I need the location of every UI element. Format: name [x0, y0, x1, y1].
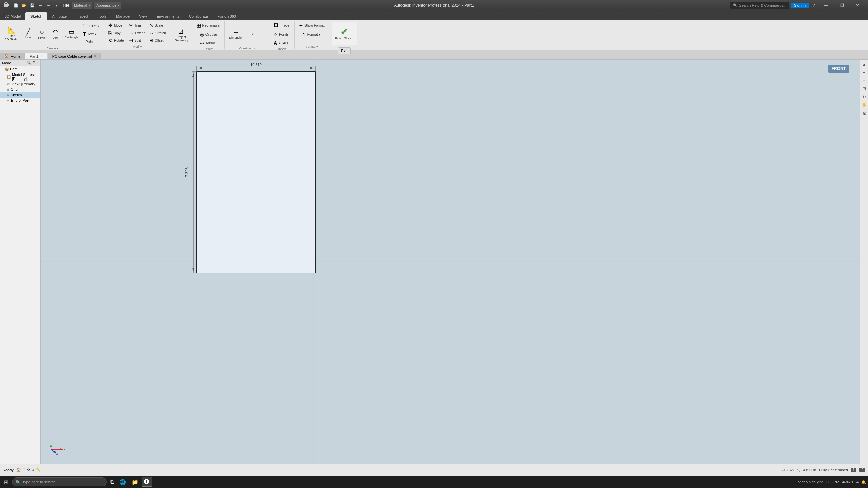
format-group-content: ≣ Show Format ¶ Format ▾ [297, 22, 326, 44]
doc-tab-home[interactable]: 🏠 Home [0, 53, 25, 59]
undo-button[interactable]: ↩ [37, 2, 44, 9]
line-button[interactable]: ╱ Line [22, 22, 35, 46]
model-tree-header: Model 🔍 ☰ + [0, 60, 40, 66]
tab-view[interactable]: View [134, 12, 152, 20]
tab-sketch[interactable]: Sketch [25, 12, 47, 20]
windows-icon: ⊞ [4, 479, 8, 485]
tab-tools[interactable]: Tools [93, 12, 112, 20]
model-add-button[interactable]: + [36, 61, 38, 65]
look-at-button[interactable]: ◉ [861, 110, 868, 117]
new-button[interactable]: 📄 [12, 2, 20, 9]
tab-annotate[interactable]: Annotate [47, 12, 72, 20]
tree-item-model-states[interactable]: 📋 Model States: [Primary] [0, 72, 40, 81]
arc-button[interactable]: ◠ Arc [50, 22, 62, 46]
maximize-button[interactable]: ❐ [834, 0, 850, 11]
extend-button[interactable]: → Extend [127, 29, 147, 37]
trim-button[interactable]: ✂ Trim [127, 22, 147, 29]
tree-item-end-of-part[interactable]: ⊣ End of Part [0, 98, 40, 103]
explorer-button[interactable]: 📁 [130, 477, 140, 487]
close-button[interactable]: ✕ [850, 0, 865, 11]
tree-item-view[interactable]: 👁 View: [Primary] [0, 81, 40, 87]
start-2d-sketch-button[interactable]: 📐 Start2D Sketch [3, 22, 21, 46]
offset-button[interactable]: ⊞ Offset [147, 37, 168, 44]
task-view-button[interactable]: ⧉ [108, 477, 116, 487]
grid-btn[interactable]: ⊞ [22, 468, 25, 472]
finish-sketch-icon: ✔ [340, 27, 348, 37]
doc-tab-pccase-close[interactable]: ✕ [93, 54, 96, 58]
snap-btn[interactable]: ⊘ [31, 468, 34, 472]
signin-button[interactable]: Sign In [791, 3, 809, 8]
constrain-more-button[interactable]: ∥ ▾ [246, 30, 267, 38]
show-format-button[interactable]: ≣ Show Format [297, 22, 326, 29]
minimize-button[interactable]: — [818, 0, 834, 11]
doc-tab-part1-close[interactable]: ✕ [40, 54, 43, 58]
circular-pattern-button[interactable]: ◎ Circular [198, 30, 219, 38]
stretch-button[interactable]: ↔ Stretch [147, 29, 168, 37]
tab-collaborate[interactable]: Collaborate [184, 12, 213, 20]
search-help-bar[interactable]: 🔍 Search Help & Commands... [730, 2, 789, 9]
inventor-taskbar-button[interactable]: 🅘 [142, 477, 152, 487]
model-search-button[interactable]: 🔍 [27, 61, 32, 65]
finish-sketch-button[interactable]: ✔ Finish Sketch [332, 22, 357, 45]
points-label: Points [279, 33, 289, 36]
tab-inspect[interactable]: Inspect [72, 12, 93, 20]
home-status-btn[interactable]: 🏠 [16, 468, 21, 472]
constrain-group-content: ↔ Dimension ∥ ▾ [228, 22, 267, 46]
zoom-out-button[interactable]: − [861, 77, 868, 84]
help-button[interactable]: ? [810, 2, 817, 9]
tab-manage[interactable]: Manage [111, 12, 134, 20]
fillet-button[interactable]: ⌒ Fillet ▾ [81, 22, 102, 30]
text-button[interactable]: T Text ▾ [81, 30, 102, 38]
appearance-dropdown[interactable]: Appearance ▾ [94, 2, 121, 9]
more-tools-button[interactable]: ⋯ [123, 2, 131, 9]
move-button[interactable]: ✥ Move [107, 22, 127, 29]
copy-button[interactable]: ⎘ Copy [107, 29, 127, 37]
windows-start-button[interactable]: ⊞ [2, 477, 11, 487]
qa-more-button[interactable]: ▾ [53, 2, 60, 9]
mirror-button[interactable]: ⊷ Mirror [198, 39, 219, 47]
scale-button[interactable]: ⤡ Scale [147, 22, 168, 29]
doc-tab-part1[interactable]: Part1 ✕ [25, 53, 47, 59]
redo-button[interactable]: ↪ [45, 2, 52, 9]
tree-item-origin[interactable]: ⊕ Origin [0, 87, 40, 92]
material-dropdown[interactable]: Material ▾ [72, 2, 92, 9]
part1-icon: 📦 [5, 67, 9, 71]
dimension-button[interactable]: ↔ Dimension [228, 22, 245, 46]
doc-tab-pccase[interactable]: PC case Cable cover.ipt ✕ [48, 53, 101, 59]
image-button[interactable]: 🖼 Image [272, 22, 292, 29]
tab-3dmodel[interactable]: 3D Model [0, 12, 25, 20]
acad-button[interactable]: A ACAD [272, 39, 292, 47]
open-button[interactable]: 📂 [20, 2, 28, 9]
rectangle-button[interactable]: ▭ Rectangle [63, 22, 80, 46]
show-format-label: Show Format [304, 24, 324, 27]
notifications-button[interactable]: 🔔 [861, 480, 866, 484]
pan-button[interactable]: ✋ [861, 102, 868, 108]
zoom-in-button[interactable]: + [861, 69, 868, 76]
tab-fusion360[interactable]: Fusion 360 [213, 12, 240, 20]
rotate-button[interactable]: ↻ Rotate [107, 37, 127, 44]
edge-button[interactable]: 🌐 [117, 477, 128, 487]
circle-button[interactable]: ○ Circle [36, 22, 48, 46]
measure-btn[interactable]: 📏 [36, 468, 40, 472]
point-button[interactable]: · Point [81, 38, 102, 45]
model-more-button[interactable]: ☰ [32, 61, 36, 65]
exit-button[interactable]: Exit [338, 47, 350, 54]
tab-environments[interactable]: Environments [152, 12, 184, 20]
orbit-button[interactable]: ↻ [861, 94, 868, 100]
save-button[interactable]: 💾 [28, 2, 36, 9]
rectangular-pattern-button[interactable]: ▦ Rectangular [195, 22, 222, 29]
tree-item-sketch1[interactable]: ✏ Sketch1 [0, 92, 40, 98]
tree-item-part1[interactable]: 📦 Part1 [0, 66, 40, 72]
points-button[interactable]: ⁘ Points [272, 30, 292, 38]
taskbar-search[interactable]: 🔍 Type here to search [12, 477, 107, 486]
rectangle-label: Rectangle [65, 36, 79, 39]
project-geometry-button[interactable]: ⊿ ProjectGeometry [173, 23, 190, 47]
view-cube-button[interactable]: ▲ [861, 61, 868, 68]
orientation-btn[interactable]: ⟲ [27, 468, 30, 472]
format-button[interactable]: ¶ Format ▾ [301, 30, 322, 38]
fit-button[interactable]: ⊡ [861, 85, 868, 92]
point-icon: · [83, 39, 84, 44]
file-menu-button[interactable]: File [62, 2, 70, 9]
split-button[interactable]: ⊣ Split [127, 37, 147, 44]
canvas-area[interactable]: 10.619 17.398 FRONT x [41, 60, 860, 464]
